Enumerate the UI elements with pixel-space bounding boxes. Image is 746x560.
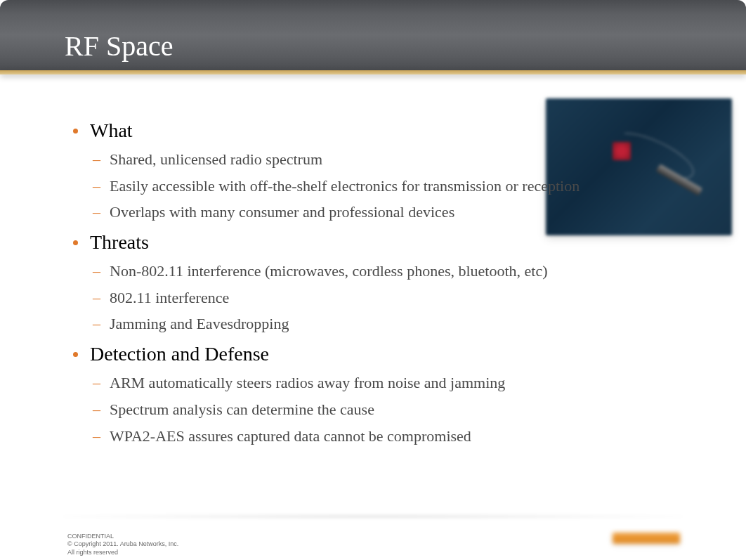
section-what: What Shared, unlicensed radio spectrum E… — [70, 119, 674, 223]
slide-title: RF Space — [65, 30, 173, 63]
list-item: WPA2-AES assures captured data cannot be… — [70, 426, 674, 447]
footer-rights: All rights reserved — [67, 549, 178, 556]
list-item: Jamming and Eavesdropping — [70, 313, 674, 334]
footer-copyright: © Copyright 2011. Aruba Networks, Inc. — [67, 540, 178, 548]
section-heading: Detection and Defense — [70, 343, 674, 365]
header-bar: RF Space — [0, 0, 746, 70]
slide: RF Space What Shared, unlicensed radio s… — [0, 0, 746, 560]
section-heading: What — [70, 119, 674, 142]
list-item: Non-802.11 interference (microwaves, cor… — [70, 261, 674, 282]
footer-text: CONFIDENTIAL © Copyright 2011. Aruba Net… — [67, 533, 178, 556]
section-threats: Threats Non-802.11 interference (microwa… — [70, 231, 674, 334]
section-detection: Detection and Defense ARM automatically … — [70, 343, 674, 446]
brand-logo — [613, 533, 680, 544]
list-item: Spectrum analysis can determine the caus… — [70, 399, 674, 420]
section-heading: Threats — [70, 231, 674, 254]
list-item: Overlaps with many consumer and professi… — [70, 202, 674, 223]
list-item: Shared, unlicensed radio spectrum — [70, 149, 674, 170]
list-item: 802.11 interference — [70, 287, 674, 308]
footer-confidential: CONFIDENTIAL — [67, 533, 178, 540]
footer-divider — [63, 514, 683, 519]
content-area: What Shared, unlicensed radio spectrum E… — [70, 119, 674, 455]
list-item: Easily accessible with off-the-shelf ele… — [70, 176, 674, 197]
list-item: ARM automatically steers radios away fro… — [70, 372, 674, 393]
